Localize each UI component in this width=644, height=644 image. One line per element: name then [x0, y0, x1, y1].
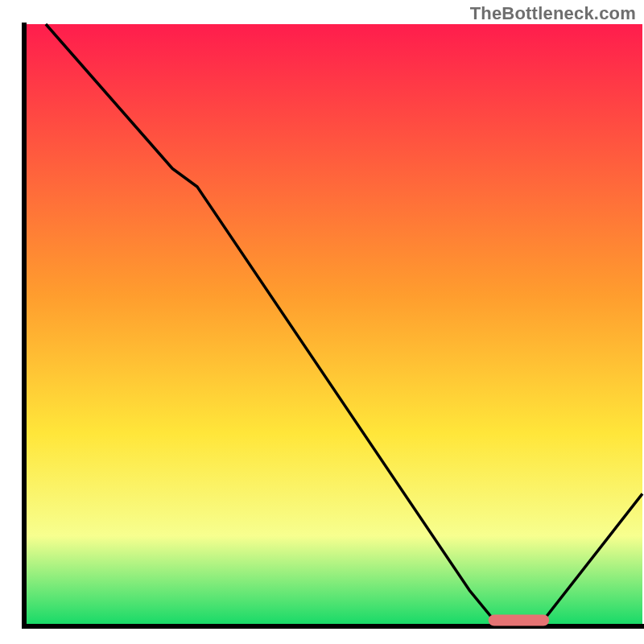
- chart-container: TheBottleneck.com: [0, 0, 644, 644]
- plot-area: [24, 24, 642, 626]
- watermark-text: TheBottleneck.com: [470, 3, 636, 24]
- bottleneck-chart: [0, 0, 644, 644]
